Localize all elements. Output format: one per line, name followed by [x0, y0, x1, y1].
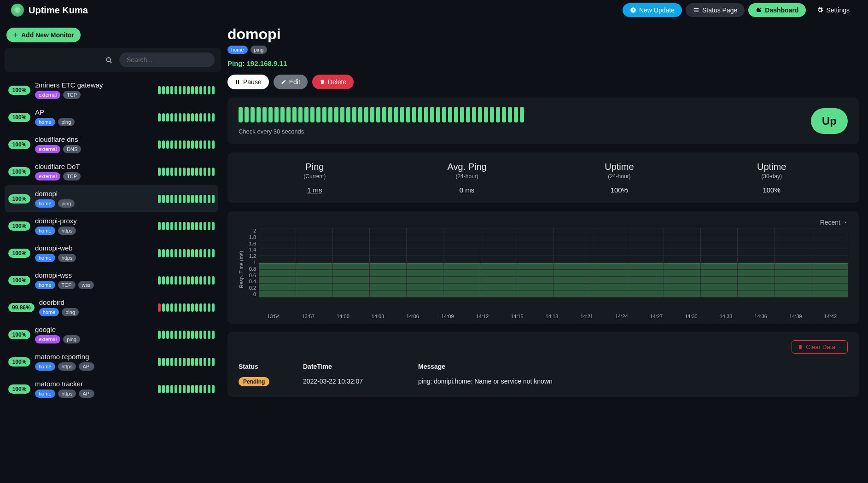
event-date: 2022-03-22 10:32:07: [303, 378, 418, 385]
clear-data-button[interactable]: Clear Data: [792, 340, 848, 354]
caret-down-icon: [838, 345, 842, 349]
tag: TCP: [58, 281, 76, 289]
tag: home: [35, 281, 55, 289]
trash-icon: [798, 344, 803, 350]
tag: home: [35, 254, 55, 262]
stat-value[interactable]: 1 ms: [239, 186, 391, 194]
heartbeat-mini: [158, 113, 215, 122]
monitor-item[interactable]: 100%cloudflare DoTexternalTCP: [5, 158, 218, 185]
monitor-name: domopi-web: [35, 244, 153, 252]
search-icon: [11, 56, 113, 64]
heartbeat-mini: [158, 331, 215, 339]
add-monitor-button[interactable]: Add New Monitor: [6, 28, 81, 42]
tag: https: [58, 390, 76, 398]
logo-icon: [11, 4, 24, 17]
tachometer-icon: [756, 7, 762, 13]
monitor-name: matomo reporting: [35, 353, 153, 361]
monitor-item[interactable]: 100%matomo trackerhomehttpsAPI: [5, 375, 218, 402]
monitor-item[interactable]: 100%matomo reportinghomehttpsAPI: [5, 348, 218, 375]
monitor-title: domopi: [227, 26, 859, 43]
uptime-percent-badge: 100%: [8, 249, 30, 258]
stat-subtitle: (Current): [239, 173, 391, 180]
uptime-percent-badge: 100%: [8, 276, 30, 285]
monitor-name: AP: [35, 108, 153, 116]
check-interval: Check every 30 seconds: [239, 128, 792, 135]
new-update-button[interactable]: New Update: [623, 3, 682, 17]
pause-button[interactable]: Pause: [227, 75, 269, 89]
monitor-item[interactable]: 100%cloudflare dnsexternalDNS: [5, 131, 218, 158]
monitor-item[interactable]: 100%googleexternalping: [5, 321, 218, 348]
stat-title: Avg. Ping: [391, 162, 543, 172]
delete-button[interactable]: Delete: [312, 75, 354, 89]
stat-column: Avg. Ping(24-hour)0 ms: [391, 162, 543, 194]
dashboard-button[interactable]: Dashboard: [748, 3, 806, 17]
gear-icon: [817, 7, 823, 13]
heartbeat-mini: [158, 168, 215, 176]
uptime-percent-badge: 100%: [8, 384, 30, 394]
tag: ping: [62, 308, 79, 316]
edit-button[interactable]: Edit: [274, 75, 308, 89]
stat-title: Uptime: [695, 162, 848, 172]
monitor-name: domopi-proxy: [35, 217, 153, 225]
monitor-name: 2miners ETC gateway: [35, 81, 153, 89]
event-row: Pending2022-03-22 10:32:07ping: domipi.h…: [239, 374, 848, 389]
search-input[interactable]: [119, 52, 215, 67]
monitor-title-tags: homeping: [227, 46, 859, 54]
monitor-name: google: [35, 326, 153, 333]
monitor-item[interactable]: 100%domopihomeping: [5, 185, 218, 212]
heartbeat-mini: [158, 249, 215, 257]
monitor-item[interactable]: 100%APhomeping: [5, 104, 218, 131]
stat-column: Uptime(30-day)100%: [695, 162, 848, 194]
monitor-item[interactable]: 100%domopi-wsshomeTCPwss: [5, 267, 218, 294]
tag: ping: [63, 335, 80, 343]
monitor-item[interactable]: 99.86%doorbirdhomeping: [5, 294, 218, 321]
tag: ping: [250, 46, 268, 54]
stat-subtitle: (24-hour): [391, 173, 543, 180]
settings-button[interactable]: Settings: [810, 3, 857, 17]
heartbeat-mini: [158, 303, 215, 312]
heartbeat-mini: [158, 276, 215, 285]
stat-column: Ping(Current)1 ms: [239, 162, 391, 194]
trash-icon: [320, 79, 325, 85]
monitor-name: matomo tracker: [35, 380, 153, 388]
monitor-item[interactable]: 100%domopi-proxyhomehttps: [5, 212, 218, 239]
tag: home: [35, 199, 55, 208]
tag: https: [58, 227, 76, 235]
tag: external: [35, 91, 60, 99]
heartbeat-mini: [158, 195, 215, 203]
arrow-up-circle-icon: [630, 7, 636, 13]
monitor-name: domopi: [35, 190, 153, 198]
pause-icon: [235, 79, 240, 85]
uptime-percent-badge: 100%: [8, 86, 30, 95]
monitor-item[interactable]: 100%2miners ETC gatewayexternalTCP: [5, 76, 218, 104]
events-header-msg: Message: [418, 363, 848, 370]
tag: wss: [78, 281, 94, 289]
heartbeat-mini: [158, 86, 215, 94]
tag: external: [35, 145, 60, 153]
tag: TCP: [63, 91, 81, 99]
events-header-date: DateTime: [303, 363, 418, 370]
brand-title: Uptime Kuma: [29, 5, 88, 16]
tag: home: [39, 308, 59, 316]
ping-target: Ping: 192.168.9.11: [227, 59, 859, 67]
tag: home: [35, 362, 55, 371]
tag: external: [35, 335, 60, 343]
tag: API: [79, 362, 94, 371]
stat-value: 100%: [543, 186, 696, 194]
uptime-percent-badge: 100%: [8, 221, 30, 231]
monitor-name: cloudflare DoT: [35, 163, 153, 170]
monitor-item[interactable]: 100%domopi-webhomehttps: [5, 239, 218, 267]
heartbeat-mini: [158, 385, 215, 393]
tag: API: [79, 390, 94, 398]
tag: https: [58, 254, 76, 262]
tag: ping: [58, 199, 75, 208]
heartbeat-timeline: Check every 30 seconds: [239, 107, 792, 135]
uptime-percent-badge: 100%: [8, 194, 30, 204]
tag: home: [35, 390, 55, 398]
chart-range-button[interactable]: Recent: [820, 219, 848, 226]
uptime-percent-badge: 100%: [8, 113, 30, 122]
tag: home: [35, 118, 55, 126]
heartbeat-mini: [158, 358, 215, 366]
event-status-badge: Pending: [239, 377, 269, 386]
status-page-button[interactable]: Status Page: [686, 3, 745, 17]
